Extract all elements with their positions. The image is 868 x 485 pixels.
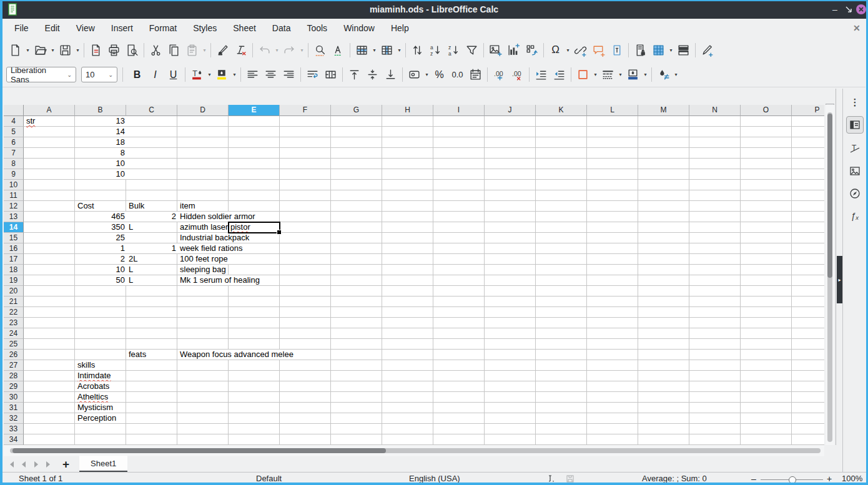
border-color-button[interactable]	[624, 66, 641, 84]
row-header-14[interactable]: 14	[4, 222, 24, 233]
menu-data[interactable]: Data	[264, 21, 299, 36]
combo-arrow-icon[interactable]: ⌄	[62, 72, 72, 78]
row-header-15[interactable]: 15	[4, 233, 24, 243]
autofilter-button[interactable]	[463, 41, 480, 59]
border-color-dropdown-arrow-icon[interactable]: ▾	[642, 72, 649, 77]
cell-B8[interactable]: 10	[76, 159, 126, 169]
row-header-30[interactable]: 30	[4, 392, 24, 403]
row-header-23[interactable]: 23	[4, 318, 24, 328]
copy-button[interactable]	[165, 41, 182, 59]
page-lock-button[interactable]	[632, 41, 649, 59]
row-header-27[interactable]: 27	[4, 360, 24, 371]
row-header-26[interactable]: 26	[4, 350, 24, 360]
cell-B29[interactable]: Acrobats	[76, 381, 111, 391]
italic-button[interactable]: I	[147, 66, 164, 84]
cell-B7[interactable]: 8	[76, 148, 126, 158]
underline-button[interactable]: U	[165, 66, 182, 84]
row-header-10[interactable]: 10	[4, 180, 24, 190]
row-header-28[interactable]: 28	[4, 371, 24, 381]
add-decimal-button[interactable]: .00	[491, 66, 508, 84]
new-dropdown-arrow-icon[interactable]: ▾	[24, 47, 31, 53]
format-number-button[interactable]: 0.0	[449, 66, 466, 84]
special-character-dropdown-arrow-icon[interactable]: ▾	[565, 47, 571, 53]
column-header-N[interactable]: N	[689, 105, 741, 116]
restore-button[interactable]	[842, 2, 856, 16]
font-color-button[interactable]: T	[189, 66, 205, 84]
menu-help[interactable]: Help	[383, 21, 417, 36]
cell-D18[interactable]: sleeping bag	[178, 265, 228, 275]
cell-B31[interactable]: Mysticism	[76, 403, 115, 413]
insert-row-button[interactable]	[353, 41, 370, 59]
conditional-formatting-button[interactable]	[655, 66, 672, 84]
combo-arrow-icon[interactable]: ⌄	[103, 72, 113, 78]
cell-B14[interactable]: 350	[76, 222, 126, 232]
cell-B28[interactable]: Intimdate	[76, 371, 112, 381]
menu-styles[interactable]: Styles	[185, 21, 225, 36]
print-button[interactable]	[106, 41, 122, 59]
row-header-20[interactable]: 20	[4, 286, 24, 296]
cell-B16[interactable]: 1	[76, 243, 126, 253]
column-header-O[interactable]: O	[741, 105, 792, 116]
cell-B5[interactable]: 14	[76, 127, 126, 137]
column-header-M[interactable]: M	[638, 105, 689, 116]
row-header-18[interactable]: 18	[4, 265, 24, 275]
conditional-formatting-dropdown-arrow-icon[interactable]: ▾	[673, 72, 679, 77]
center-vertically-button[interactable]	[364, 66, 381, 84]
row-header-11[interactable]: 11	[4, 190, 24, 201]
export-pdf-button[interactable]	[87, 41, 104, 59]
cell-D19[interactable]: Mk 1 serum of healing	[178, 275, 262, 285]
sort-button[interactable]	[409, 41, 426, 59]
row-header-32[interactable]: 32	[4, 413, 24, 424]
menu-window[interactable]: Window	[335, 21, 383, 36]
row-header-13[interactable]: 13	[4, 212, 24, 222]
undo-dropdown-arrow-icon[interactable]: ▾	[274, 47, 280, 53]
column-header-K[interactable]: K	[536, 105, 587, 116]
cell-B9[interactable]: 10	[76, 169, 126, 179]
column-header-E[interactable]: E	[229, 105, 280, 116]
column-header-L[interactable]: L	[587, 105, 638, 116]
menu-edit[interactable]: Edit	[37, 21, 68, 36]
clear-formatting-button[interactable]	[232, 41, 249, 59]
sidebar-tab-navigator[interactable]	[846, 185, 864, 202]
menu-sheet[interactable]: Sheet	[225, 21, 264, 36]
freeze-dropdown-arrow-icon[interactable]: ▾	[668, 47, 674, 53]
row-header-8[interactable]: 8	[4, 159, 24, 169]
row-header-17[interactable]: 17	[4, 254, 24, 265]
highlight-color-button[interactable]	[214, 66, 230, 84]
redo-dropdown-arrow-icon[interactable]: ▾	[298, 47, 305, 53]
zoom-level[interactable]: 100%	[842, 474, 862, 483]
cut-button[interactable]	[147, 41, 164, 59]
cell-B6[interactable]: 18	[76, 137, 126, 147]
sidebar-tab-styles[interactable]: T	[846, 140, 864, 157]
cell-B15[interactable]: 25	[76, 233, 126, 243]
sidebar-collapse-handle[interactable]: ▸	[837, 256, 842, 303]
insert-pivot-table-button[interactable]	[523, 41, 540, 59]
column-header-G[interactable]: G	[331, 105, 382, 116]
show-draw-functions-button[interactable]	[699, 41, 716, 59]
row-header-34[interactable]: 34	[4, 434, 24, 445]
row-header-12[interactable]: 12	[4, 201, 24, 212]
bold-button[interactable]: B	[129, 66, 145, 84]
menu-view[interactable]: View	[68, 21, 103, 36]
row-dropdown-arrow-icon[interactable]: ▾	[371, 47, 378, 53]
cell-D12[interactable]: item	[178, 201, 197, 211]
fill-handle[interactable]	[277, 230, 282, 235]
borders-button[interactable]	[575, 66, 591, 84]
align-right-button[interactable]	[280, 66, 297, 84]
paste-button[interactable]	[184, 41, 200, 59]
cell-B17[interactable]: 2	[76, 254, 126, 264]
column-header-C[interactable]: C	[126, 105, 177, 116]
minimize-button[interactable]: –	[828, 2, 842, 16]
save-dropdown-arrow-icon[interactable]: ▾	[74, 47, 81, 53]
horizontal-scrollbar-thumb[interactable]	[12, 448, 386, 453]
special-character-button[interactable]: Ω	[547, 41, 564, 59]
cell-D17[interactable]: 100 feet rope	[178, 254, 230, 264]
align-top-button[interactable]	[346, 66, 363, 84]
row-header-4[interactable]: 4	[4, 116, 24, 127]
font-size-combo[interactable]: 10⌄	[81, 67, 117, 82]
format-currency-button[interactable]	[406, 66, 423, 84]
redo-button[interactable]	[281, 41, 298, 59]
row-header-5[interactable]: 5	[4, 127, 24, 137]
previous-sheet-icon[interactable]	[17, 458, 30, 471]
clone-formatting-button[interactable]	[214, 41, 231, 59]
